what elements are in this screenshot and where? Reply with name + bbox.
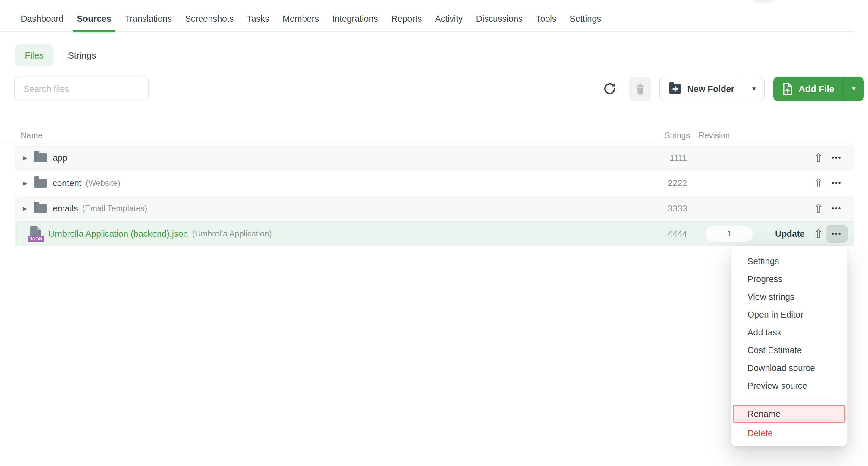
chevron-down-icon: ▼	[751, 86, 757, 92]
column-header-revision: Revision	[699, 131, 730, 140]
row-name-group: JSON Umbrella Application (backend).json…	[15, 221, 272, 246]
table-header: Name Strings Revision	[0, 131, 868, 144]
nav-item-settings[interactable]: Settings	[565, 14, 606, 32]
delete-selected-button[interactable]	[629, 77, 651, 101]
files-table: ▶ app 1111 ⇧ ••• ▶ content (Website) 222…	[0, 145, 868, 246]
new-folder-button[interactable]: New Folder	[660, 77, 743, 101]
folder-icon	[34, 179, 47, 187]
folder-icon	[34, 153, 47, 162]
nav-item-activity[interactable]: Activity	[431, 14, 467, 32]
nav-item-integrations[interactable]: Integrations	[328, 14, 382, 32]
json-badge: JSON	[28, 236, 44, 242]
more-button[interactable]: •••	[826, 225, 847, 242]
menu-item-progress[interactable]: Progress	[731, 270, 847, 288]
sources-files-page: Dashboard Sources Translations Screensho…	[0, 0, 868, 466]
nav-item-discussions[interactable]: Discussions	[472, 14, 527, 32]
chevron-down-icon: ▼	[851, 86, 857, 92]
nav-item-translations[interactable]: Translations	[120, 14, 176, 32]
main-nav: Dashboard Sources Translations Screensho…	[0, 0, 868, 32]
folder-name[interactable]: app	[53, 153, 67, 163]
strings-count: 4444	[668, 221, 687, 246]
file-name-link[interactable]: Umbrella Application (backend).json	[49, 229, 188, 239]
revision-badge: 1	[705, 226, 753, 242]
folder-note: (Email Templates)	[82, 204, 147, 213]
menu-item-open-in-editor[interactable]: Open in Editor	[731, 306, 847, 324]
tab-files[interactable]: Files	[15, 44, 53, 66]
strings-count: 3333	[668, 196, 687, 221]
trash-icon	[634, 83, 646, 95]
nav-item-tools[interactable]: Tools	[532, 14, 561, 32]
file-context-menu: Settings Progress View strings Open in E…	[731, 246, 847, 446]
add-file-label: Add File	[799, 84, 834, 94]
table-row-umbrella-file[interactable]: JSON Umbrella Application (backend).json…	[15, 221, 854, 246]
row-name-group: ▶ emails (Email Templates)	[15, 196, 147, 221]
tab-strings[interactable]: Strings	[58, 44, 105, 66]
menu-item-cost-estimate[interactable]: Cost Estimate	[731, 342, 847, 359]
expander-icon[interactable]: ▶	[23, 180, 29, 186]
upload-icon[interactable]: ⇧	[813, 170, 824, 196]
add-file-dropdown-button[interactable]: ▼	[843, 77, 864, 101]
file-upload-icon	[782, 82, 793, 96]
column-header-name: Name	[21, 131, 42, 140]
upload-icon[interactable]: ⇧	[813, 145, 824, 170]
toolbar-row: New Folder ▼ Add File ▼	[14, 77, 864, 101]
menu-item-view-strings[interactable]: View strings	[731, 288, 847, 306]
strings-count: 2222	[668, 170, 687, 196]
search-input[interactable]	[14, 77, 149, 101]
new-folder-label: New Folder	[687, 84, 734, 94]
refresh-button[interactable]	[602, 82, 617, 96]
table-row-app[interactable]: ▶ app 1111 ⇧ •••	[15, 145, 854, 170]
folder-icon	[34, 204, 47, 213]
upload-icon[interactable]: ⇧	[813, 196, 824, 221]
add-file-button[interactable]: Add File	[773, 77, 843, 101]
menu-item-download-source[interactable]: Download source	[731, 359, 847, 377]
strings-count: 1111	[670, 145, 687, 170]
new-folder-dropdown-button[interactable]: ▼	[744, 77, 764, 101]
nav-item-sources[interactable]: Sources	[73, 14, 116, 32]
table-row-emails[interactable]: ▶ emails (Email Templates) 3333 ⇧ •••	[15, 196, 854, 221]
expander-icon[interactable]: ▶	[23, 154, 29, 161]
folder-note: (Website)	[86, 179, 120, 188]
json-file-icon: JSON	[30, 226, 42, 241]
column-header-strings: Strings	[664, 131, 690, 140]
table-row-content[interactable]: ▶ content (Website) 2222 ⇧ •••	[15, 170, 854, 196]
nav-item-tasks[interactable]: Tasks	[243, 14, 273, 32]
nav-item-screenshots[interactable]: Screenshots	[181, 14, 238, 32]
menu-item-delete[interactable]: Delete	[731, 425, 847, 442]
more-button[interactable]: •••	[826, 149, 847, 167]
menu-item-rename[interactable]: Rename	[733, 405, 845, 423]
update-button[interactable]: Update	[775, 221, 805, 246]
refresh-icon	[602, 82, 617, 96]
nav-item-dashboard[interactable]: Dashboard	[17, 14, 68, 32]
folder-plus-icon	[669, 84, 681, 93]
row-name-group: ▶ app	[15, 145, 67, 170]
folder-name[interactable]: emails	[53, 204, 78, 213]
menu-item-preview-source[interactable]: Preview source	[731, 377, 847, 395]
nav-item-reports[interactable]: Reports	[387, 14, 426, 32]
row-name-group: ▶ content (Website)	[15, 170, 120, 196]
more-button[interactable]: •••	[826, 200, 847, 217]
expander-icon[interactable]: ▶	[23, 205, 29, 212]
menu-item-add-task[interactable]: Add task	[731, 324, 847, 342]
menu-divider	[747, 400, 833, 400]
toolbar-actions: New Folder ▼ Add File ▼	[602, 77, 864, 101]
folder-name[interactable]: content	[53, 178, 82, 188]
menu-item-settings[interactable]: Settings	[731, 253, 847, 270]
files-strings-tabs: Files Strings	[15, 44, 868, 66]
nav-item-members[interactable]: Members	[278, 14, 323, 32]
more-button[interactable]: •••	[826, 174, 847, 192]
file-note: (Umbrella Application)	[192, 229, 272, 239]
new-folder-split-button: New Folder ▼	[659, 77, 764, 101]
add-file-split-button: Add File ▼	[773, 77, 864, 101]
upload-icon[interactable]: ⇧	[813, 221, 824, 246]
